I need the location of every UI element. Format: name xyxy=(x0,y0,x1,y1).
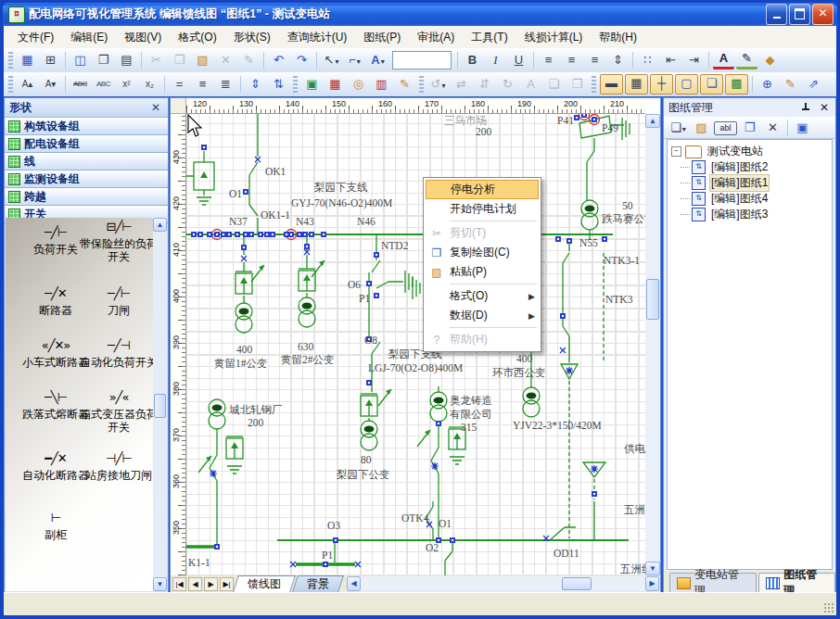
spacing-increase-icon[interactable]: ⇕ xyxy=(245,75,266,94)
menu-item-cut[interactable]: ✂剪切(T) xyxy=(426,223,539,243)
scroll-down-icon[interactable]: ▼ xyxy=(645,562,660,575)
zoom-icon[interactable]: ⊕ xyxy=(757,75,778,94)
tree-item-sheet[interactable]: ⇅[编辑]图纸1 xyxy=(692,175,832,191)
edit-note-icon[interactable]: ✎ xyxy=(394,75,415,94)
panel-tab-变电站管理[interactable]: 变电站管理 xyxy=(669,573,757,592)
feeder-diagram-canvas[interactable]: 三鸟市场200P41P49OK1O1OK1-1梨园下支线GYJ-70(N46-O… xyxy=(186,114,645,575)
page-toggle-icon[interactable]: ❏ xyxy=(700,74,723,95)
shapes-scrollbar[interactable]: ▲ ▼ xyxy=(153,218,167,591)
shapes-group-bar[interactable]: 跨越 xyxy=(5,188,168,206)
scroll-up-icon[interactable]: ▲ xyxy=(153,218,167,232)
italic-icon[interactable]: I xyxy=(485,51,506,69)
align-middle-icon[interactable]: ≡ xyxy=(192,75,213,94)
menubar-item[interactable]: 格式(O) xyxy=(170,27,224,48)
menubar-item[interactable]: 线损计算(L) xyxy=(516,27,592,48)
menu-item-paste[interactable]: ▧粘贴(P) xyxy=(426,262,539,282)
canvas-horizontal-scrollbar[interactable]: ◀ ▶ xyxy=(347,576,659,591)
minimize-button[interactable] xyxy=(766,4,787,25)
new-drawing-icon[interactable]: ▦ xyxy=(17,51,38,69)
pin-icon[interactable] xyxy=(802,103,810,113)
guides-toggle-icon[interactable]: ┼ xyxy=(650,74,673,95)
data-table-icon[interactable]: ⊞ xyxy=(40,51,61,69)
fit-text-icon[interactable]: ⇕ xyxy=(607,51,629,69)
spacing-decrease-icon[interactable]: ⇅ xyxy=(268,75,289,94)
menubar-item[interactable]: 查询统计(U) xyxy=(279,27,356,48)
rotate-cw-icon[interactable]: ↻ xyxy=(497,75,518,94)
font-decrease-icon[interactable]: A▾ xyxy=(40,75,61,94)
menubar-item[interactable]: 编辑(E) xyxy=(62,27,116,48)
shapes-group-bar[interactable]: 构筑设备组 xyxy=(5,118,168,135)
delete-sheet-icon[interactable]: ✕ xyxy=(762,119,783,137)
flip-horizontal-icon[interactable]: ⇄ xyxy=(451,75,472,94)
menubar-item[interactable]: 形状(S) xyxy=(225,27,279,48)
rename-icon[interactable]: abl xyxy=(714,121,737,135)
stencil-item[interactable]: ─╱⊢刀闸 xyxy=(80,286,153,317)
menu-item-data[interactable]: 数据(D)▶ xyxy=(426,306,539,325)
paste-icon[interactable]: ▧ xyxy=(192,51,213,69)
align-right-icon[interactable]: ≡ xyxy=(584,51,605,69)
tree-item-sheet[interactable]: ⇅[编辑]图纸2 xyxy=(692,159,832,175)
font-color-icon[interactable]: A xyxy=(713,51,734,69)
tree-expander-icon[interactable]: − xyxy=(671,146,681,157)
align-top-icon[interactable]: = xyxy=(169,75,190,94)
menubar-item[interactable]: 图纸(P) xyxy=(355,27,409,48)
scroll-thumb[interactable] xyxy=(562,577,592,590)
shapes-group-bar[interactable]: 线 xyxy=(5,153,168,171)
page-preview-icon[interactable]: ❐ xyxy=(93,51,114,69)
ruler-toggle-icon[interactable]: ▬ xyxy=(600,74,623,95)
connector-tool-icon[interactable]: ⌐▾ xyxy=(344,51,365,69)
scroll-right-icon[interactable]: ▶ xyxy=(645,576,659,591)
menu-item-start-outage-plan[interactable]: 开始停电计划 xyxy=(426,199,539,219)
undo-icon[interactable]: ↶ xyxy=(268,51,289,69)
scroll-thumb[interactable] xyxy=(646,279,659,320)
properties-icon[interactable]: ✎ xyxy=(780,75,801,94)
stamp-icon[interactable]: ▥ xyxy=(371,75,392,94)
cut-icon[interactable]: ✂ xyxy=(146,51,167,69)
align-center-icon[interactable]: ≡ xyxy=(561,51,582,69)
maximize-button[interactable] xyxy=(789,4,810,25)
text-direction-icon[interactable]: A xyxy=(520,75,541,94)
menu-item-copy-drawing[interactable]: ❐复制绘图(C) xyxy=(426,243,539,262)
superscript-icon[interactable]: x² xyxy=(116,75,137,94)
save-icon[interactable]: ◫ xyxy=(70,51,91,69)
last-sheet-icon[interactable]: ▶| xyxy=(220,577,234,591)
print-icon[interactable]: ▤ xyxy=(116,51,137,69)
strikethrough-icon[interactable]: ABC xyxy=(70,75,91,94)
search-drawing-icon[interactable]: ◎ xyxy=(348,75,369,94)
check-table-icon[interactable]: ▦ xyxy=(325,75,346,94)
redo-icon[interactable]: ↷ xyxy=(291,51,312,69)
scroll-up-icon[interactable]: ▲ xyxy=(645,114,660,128)
image-toggle-icon[interactable]: ▩ xyxy=(725,74,748,95)
menu-item-outage-analysis[interactable]: 停电分析 xyxy=(426,180,539,199)
tree-root-station[interactable]: −测试变电站 xyxy=(668,144,832,159)
send-back-icon[interactable]: ❐ xyxy=(566,75,588,94)
shapes-group-bar[interactable]: 监测设备组 xyxy=(5,171,168,188)
menubar-item[interactable]: 视图(V) xyxy=(116,27,170,48)
bold-icon[interactable]: B xyxy=(462,51,483,69)
resize-grip[interactable] xyxy=(823,602,834,613)
subscript-icon[interactable]: x₂ xyxy=(139,75,160,94)
copy-icon[interactable]: ❐ xyxy=(169,51,190,69)
copy-sheet-icon[interactable]: ❐ xyxy=(739,119,760,137)
delete-icon[interactable]: ✕ xyxy=(215,51,236,69)
stencil-item[interactable]: ⊢副柜 xyxy=(17,511,95,541)
close-button[interactable]: ✕ xyxy=(812,4,834,25)
align-left-icon[interactable]: ≡ xyxy=(538,51,559,69)
menubar-item[interactable]: 审批(A) xyxy=(409,27,463,48)
stencil-item[interactable]: ─╱⊣自动化负荷开关 xyxy=(80,338,153,369)
new-sheet-icon[interactable]: ❏▾ xyxy=(668,119,689,137)
panel-tab-图纸管理[interactable]: 图纸管理 xyxy=(758,573,835,592)
sheet-tab-背景[interactable]: 背景 xyxy=(292,575,344,592)
shapes-group-bar[interactable]: 配电设备组 xyxy=(5,135,168,153)
tree-item-sheet[interactable]: ⇅[编辑]图纸3 xyxy=(692,207,832,222)
tree-item-sheet[interactable]: ⇅[编辑]图纸4 xyxy=(692,191,832,207)
stencil-item[interactable]: »╱«箱式变压器负荷开关 xyxy=(80,390,153,434)
underline-icon[interactable]: U xyxy=(508,51,529,69)
scroll-thumb[interactable] xyxy=(154,394,166,418)
menubar-item[interactable]: 帮助(H) xyxy=(591,27,645,48)
text-tool-icon[interactable]: A▾ xyxy=(367,51,388,69)
scroll-down-icon[interactable]: ▼ xyxy=(153,577,167,591)
line-color-icon[interactable]: ✎ xyxy=(736,51,757,69)
stencil-item[interactable]: ⊣╱⊢站房接地刀闸 xyxy=(80,451,153,482)
pointer-tool-icon[interactable]: ↖▾ xyxy=(321,51,342,69)
